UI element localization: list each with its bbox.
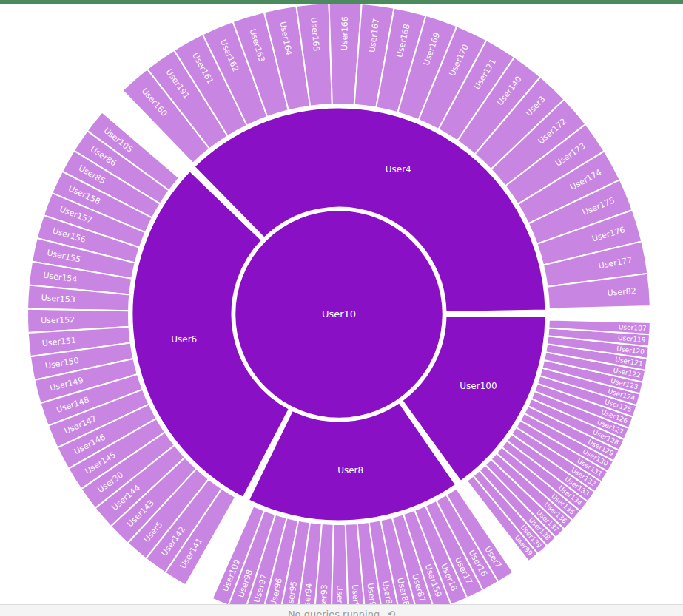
leaf-label-user153: User153 bbox=[41, 293, 75, 305]
mid-label-user4: User4 bbox=[386, 164, 411, 175]
status-bar: No queries running ⟲ bbox=[0, 604, 683, 616]
top-accent-bar bbox=[0, 0, 683, 4]
mid-label-user6: User6 bbox=[171, 334, 197, 345]
leaf-label-user152: User152 bbox=[41, 315, 75, 325]
leaf-label-user107: User107 bbox=[619, 323, 647, 332]
leaf-label-user166: User166 bbox=[340, 16, 350, 50]
mid-label-user100: User100 bbox=[460, 381, 497, 391]
chart-area: User160User191User161User162User163User1… bbox=[0, 0, 683, 616]
mid-label-user8: User8 bbox=[337, 465, 363, 475]
history-icon[interactable]: ⟲ bbox=[387, 609, 395, 616]
sunburst-chart: User160User191User161User162User163User1… bbox=[0, 0, 683, 616]
status-message: No queries running bbox=[288, 609, 380, 616]
center-label: User10 bbox=[322, 308, 356, 319]
